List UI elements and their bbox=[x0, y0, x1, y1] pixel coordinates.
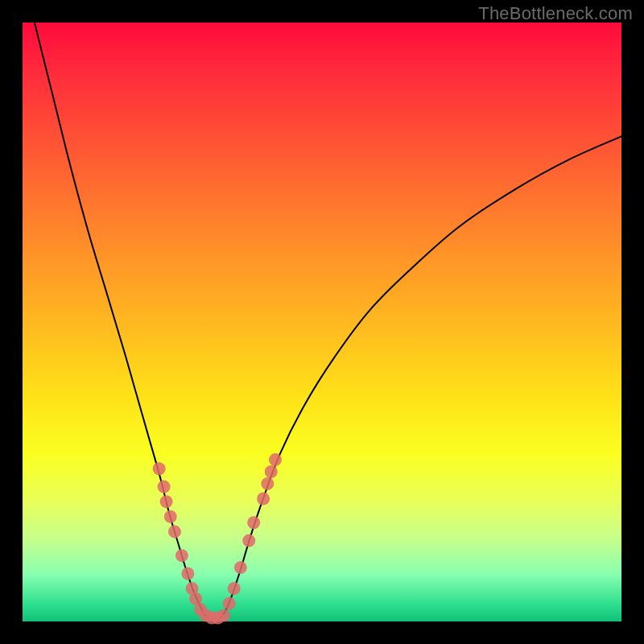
marker-point bbox=[247, 516, 260, 529]
plot-area bbox=[23, 23, 621, 621]
chart-frame: TheBottleneck.com bbox=[0, 0, 644, 644]
marker-point bbox=[228, 582, 241, 595]
chart-svg bbox=[23, 23, 621, 621]
marker-point bbox=[269, 453, 282, 466]
marker-point bbox=[261, 477, 274, 490]
scatter-markers bbox=[153, 453, 282, 624]
marker-point bbox=[242, 535, 255, 547]
marker-point bbox=[160, 495, 173, 508]
marker-point bbox=[257, 492, 270, 505]
marker-point bbox=[181, 567, 194, 580]
marker-point bbox=[158, 481, 171, 493]
marker-point bbox=[217, 609, 230, 622]
marker-point bbox=[223, 597, 236, 610]
marker-point bbox=[265, 465, 278, 478]
marker-point bbox=[168, 525, 181, 538]
curve-left-curve bbox=[35, 23, 208, 618]
marker-point bbox=[164, 510, 177, 523]
marker-point bbox=[175, 549, 188, 562]
curve-lines bbox=[35, 23, 621, 618]
marker-point bbox=[153, 462, 166, 475]
curve-right-curve bbox=[221, 136, 621, 618]
marker-point bbox=[234, 561, 247, 574]
watermark-text: TheBottleneck.com bbox=[478, 3, 633, 24]
